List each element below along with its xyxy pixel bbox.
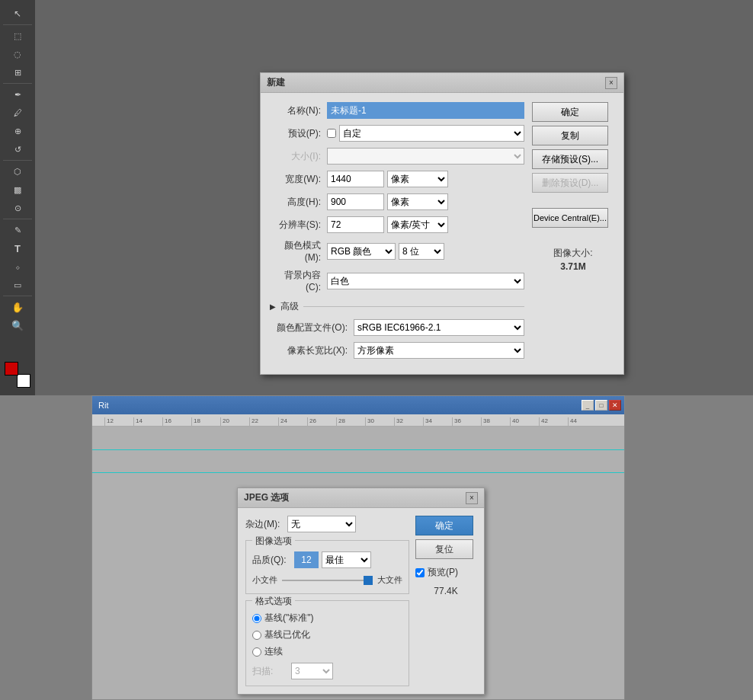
resolution-input[interactable] [327,216,384,233]
pixel-aspect-label: 像素长宽比(X): [270,344,354,357]
quality-value-input[interactable] [294,551,319,568]
pixel-aspect-select[interactable]: 方形像素 [354,342,524,359]
reset-button[interactable]: 复制 [532,126,608,145]
name-input[interactable] [327,102,524,119]
tool-gradient[interactable]: ▩ [9,181,26,198]
ruler-tick-30: 30 [365,417,394,426]
new-dialog-titlebar: 新建 × [261,73,623,93]
tool-zoom[interactable]: 🔍 [9,317,26,334]
height-unit-select[interactable]: 像素 [387,193,448,210]
tool-hand[interactable]: ✋ [9,299,26,315]
jpeg-options-dialog: JPEG 选项 × 杂边(M): 无 [237,487,485,695]
tool-pen[interactable]: ✎ [9,222,26,238]
ruler-tick-28: 28 [336,417,365,426]
tool-path[interactable]: ⬦ [9,258,26,275]
jpeg-dialog-close-btn[interactable]: × [466,492,478,504]
color-depth-select[interactable]: 8 位 [399,243,444,260]
ruler-tick-40: 40 [510,417,539,426]
preset-label: 预设(P): [270,127,327,140]
ruler-tick-20: 20 [220,417,249,426]
ps-bottom-section: Rit _ □ ✕ 12 14 16 18 20 22 24 26 28 30 … [0,395,753,700]
preview-checkbox[interactable] [415,568,425,577]
ruler-tick-24: 24 [278,417,307,426]
new-dialog-close-btn[interactable]: × [605,77,617,89]
scan-select[interactable]: 3 [291,663,333,679]
width-input[interactable] [327,171,384,187]
ruler-tick-36: 36 [452,417,481,426]
delete-preset-button[interactable]: 删除预设(D)... [532,173,608,193]
ruler-tick-22: 22 [249,417,278,426]
advanced-arrow-icon: ▶ [270,302,276,311]
progressive-radio[interactable] [252,647,261,657]
filesize-display: 77.4K [415,586,476,596]
color-mode-select[interactable]: RGB 颜色 [327,243,396,260]
tool-text[interactable]: T [9,240,26,257]
tool-history[interactable]: ↺ [9,141,26,158]
canvas-area: 新建 × 名称(N): 预设(P): [35,0,753,395]
ruler-tick-44: 44 [568,417,597,426]
baseline-radio[interactable] [252,614,261,623]
image-options-title: 图像选项 [252,535,295,548]
win-minimize-btn[interactable]: _ [582,400,594,411]
color-profile-label: 颜色配置文件(O): [270,321,354,334]
document-window: Rit _ □ ✕ 12 14 16 18 20 22 24 26 28 30 … [91,395,625,700]
win-close-btn[interactable]: ✕ [609,400,621,411]
progressive-label: 连续 [264,645,283,658]
width-label: 宽度(W): [270,173,327,186]
quality-preset-select[interactable]: 最佳 [322,551,371,568]
advanced-label: 高级 [280,300,299,313]
width-unit-select[interactable]: 像素 [387,171,448,187]
ruler-tick-34: 34 [423,417,452,426]
doc-window-titlebar: Rit _ □ ✕ [92,396,624,414]
foreground-color-swatch[interactable] [5,362,18,376]
ruler-horizontal: 12 14 16 18 20 22 24 26 28 30 32 34 36 3… [92,414,624,427]
tool-heal[interactable]: ✒ [9,86,26,103]
tool-brush[interactable]: 🖊 [9,104,26,121]
small-file-label: 小文件 [252,574,277,586]
scan-label: 扫描: [252,665,287,678]
jpeg-ok-button[interactable]: 确定 [415,516,473,535]
ruler-tick-26: 26 [307,417,336,426]
resolution-label: 分辨率(S): [270,219,327,232]
preview-label: 预览(P) [428,566,458,579]
ruler-tick-18: 18 [191,417,220,426]
tool-dodge[interactable]: ⊙ [9,200,26,216]
tool-lasso[interactable]: ◌ [9,46,26,62]
size-select[interactable] [327,148,524,165]
color-profile-select[interactable]: sRGB IEC61966-2.1 [354,319,524,336]
preset-select[interactable]: 自定 [339,125,524,142]
background-color-swatch[interactable] [17,374,30,388]
preset-checkbox[interactable] [327,129,336,138]
toolbar: ↖ ⬚ ◌ ⊞ ✒ 🖊 ⊕ ↺ ⬡ ▩ ⊙ ✎ T ⬦ ▭ ✋ 🔍 [0,0,35,395]
tool-clone[interactable]: ⊕ [9,123,26,139]
ruler-tick-42: 42 [539,417,568,426]
baseline-optimized-radio[interactable] [252,631,261,640]
ruler-tick-16: 16 [162,417,191,426]
matte-select[interactable]: 无 [287,516,356,532]
new-dialog-title: 新建 [267,76,285,89]
tool-eraser[interactable]: ⬡ [9,163,26,180]
jpeg-reset-button[interactable]: 复位 [415,539,473,559]
resolution-unit-select[interactable]: 像素/英寸 [387,216,448,233]
matte-label: 杂边(M): [245,518,287,531]
jpeg-dialog-titlebar: JPEG 选项 × [238,488,484,508]
large-file-label: 大文件 [377,574,402,586]
device-central-button[interactable]: Device Central(E)... [532,208,608,228]
tool-move[interactable]: ↖ [9,5,26,22]
tool-marquee[interactable]: ⬚ [9,27,26,44]
save-preset-button[interactable]: 存储预设(S)... [532,149,608,169]
advanced-header[interactable]: ▶ 高级 [270,300,524,313]
name-label: 名称(N): [270,104,327,117]
height-input[interactable] [327,193,384,210]
tool-crop[interactable]: ⊞ [9,64,26,81]
ruler-tick-14: 14 [133,417,162,426]
ruler-tick-32: 32 [394,417,423,426]
size-label: 大小(I): [270,150,327,163]
win-restore-btn[interactable]: □ [595,400,607,411]
baseline-optimized-label: 基线已优化 [264,628,310,641]
tool-shape[interactable]: ▭ [9,276,26,293]
quality-label: 品质(Q): [252,554,294,567]
ruler-tick-12: 12 [104,417,133,426]
bg-select[interactable]: 白色 [327,273,524,289]
ok-button[interactable]: 确定 [532,102,608,122]
